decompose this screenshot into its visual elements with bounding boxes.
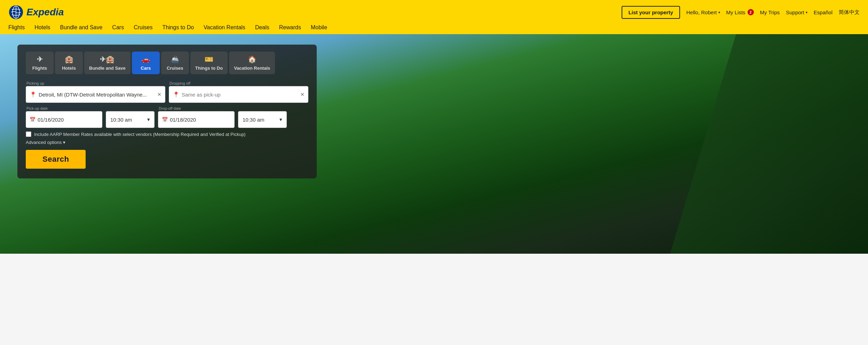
pickup-time-chevron-icon: ▾: [147, 116, 150, 123]
pickup-time-button[interactable]: 10:30 am ▾: [106, 111, 155, 128]
dropoff-calendar-icon: 📅: [162, 117, 168, 122]
vacation-tab-icon: 🏠: [248, 55, 257, 63]
search-tabs: ✈ Flights 🏨 Hotels ✈🏨 Bundle and Save 🚗 …: [26, 52, 308, 74]
expedia-logo-icon: [8, 5, 24, 20]
things-tab-label: Things to Do: [195, 66, 223, 71]
dropoff-time-group: 10:30 am ▾: [238, 106, 287, 128]
dropoff-time-value: 10:30 am: [243, 117, 265, 123]
pickup-field-group: Picking up 📍 ✕: [26, 81, 165, 103]
tab-vacation[interactable]: 🏠 Vacation Rentals: [229, 52, 275, 74]
logo-text: Expedia: [26, 7, 64, 18]
pickup-date-input[interactable]: [38, 117, 98, 123]
nav-things[interactable]: Things to Do: [162, 24, 194, 31]
things-tab-icon: 🎫: [205, 55, 213, 63]
support-nav[interactable]: Support ▾: [786, 9, 807, 15]
pickup-date-wrapper: 📅: [26, 111, 102, 128]
my-trips-nav[interactable]: My Trips: [760, 9, 780, 15]
tab-bundle[interactable]: ✈🏨 Bundle and Save: [84, 52, 131, 74]
pickup-calendar-icon: 📅: [30, 117, 35, 122]
dropoff-label: Dropping off: [169, 81, 308, 85]
my-lists-badge: 2: [748, 9, 754, 15]
nav-vacation[interactable]: Vacation Rentals: [204, 24, 245, 31]
bundle-tab-icon: ✈🏨: [100, 55, 115, 63]
advanced-options-toggle[interactable]: Advanced options ▾: [26, 140, 308, 145]
dropoff-input[interactable]: [182, 92, 298, 98]
my-lists-nav[interactable]: My Lists 2: [726, 9, 754, 15]
search-button[interactable]: Search: [26, 150, 86, 169]
dropoff-location-icon: 📍: [173, 91, 180, 98]
lang-chinese[interactable]: 简体中文: [839, 9, 860, 16]
tab-hotels[interactable]: 🏨 Hotels: [55, 52, 83, 74]
dropoff-clear-icon[interactable]: ✕: [300, 92, 305, 97]
nav-deals[interactable]: Deals: [255, 24, 269, 31]
nav-bundle[interactable]: Bundle and Save: [60, 24, 102, 31]
cars-tab-label: Cars: [141, 66, 151, 71]
user-greeting[interactable]: Hello, Robert ▾: [686, 9, 720, 15]
tab-cars[interactable]: 🚗 Cars: [132, 52, 160, 74]
list-property-button[interactable]: List your property: [622, 6, 680, 19]
dropoff-time-button[interactable]: 10:30 am ▾: [238, 111, 287, 128]
nav-cars[interactable]: Cars: [112, 24, 124, 31]
aarp-checkbox[interactable]: [26, 131, 31, 137]
nav-bar: Flights Hotels Bundle and Save Cars Crui…: [0, 24, 868, 34]
dropoff-date-label: Drop-off date: [158, 106, 235, 110]
nav-flights[interactable]: Flights: [8, 24, 25, 31]
aarp-checkbox-row: Include AARP Member Rates available with…: [26, 131, 308, 137]
dropoff-time-label-spacer: [238, 106, 287, 110]
nav-cruises[interactable]: Cruises: [134, 24, 152, 31]
pickup-input[interactable]: [39, 92, 155, 98]
dropoff-date-group: Drop-off date 📅: [158, 106, 235, 128]
flights-tab-icon: ✈: [37, 55, 43, 63]
datetime-row: Pick-up date 📅 10:30 am ▾ Drop-off date …: [26, 106, 308, 128]
flights-tab-label: Flights: [32, 66, 47, 71]
dropoff-time-chevron-icon: ▾: [279, 116, 282, 123]
lang-espanol[interactable]: Español: [814, 9, 833, 15]
location-row: Picking up 📍 ✕ Dropping off 📍 ✕: [26, 81, 308, 103]
logo-area: Expedia: [8, 5, 64, 20]
pickup-time-group: 10:30 am ▾: [106, 106, 155, 128]
support-chevron-icon: ▾: [806, 10, 807, 14]
dropoff-field-group: Dropping off 📍 ✕: [169, 81, 308, 103]
header-right: List your property Hello, Robert ▾ My Li…: [622, 6, 860, 19]
search-container: ✈ Flights 🏨 Hotels ✈🏨 Bundle and Save 🚗 …: [17, 45, 317, 178]
cruises-tab-icon: 🚢: [171, 55, 179, 63]
pickup-date-group: Pick-up date 📅: [26, 106, 102, 128]
cruises-tab-label: Cruises: [167, 66, 183, 71]
hotels-tab-icon: 🏨: [65, 55, 73, 63]
aarp-label[interactable]: Include AARP Member Rates available with…: [34, 132, 245, 137]
dropoff-date-wrapper: 📅: [158, 111, 235, 128]
pickup-clear-icon[interactable]: ✕: [157, 92, 161, 97]
user-chevron-icon: ▾: [718, 10, 720, 14]
tab-cruises[interactable]: 🚢 Cruises: [161, 52, 189, 74]
nav-hotels[interactable]: Hotels: [34, 24, 50, 31]
dropoff-input-wrapper: 📍 ✕: [169, 86, 308, 103]
vacation-tab-label: Vacation Rentals: [234, 66, 270, 71]
pickup-time-value: 10:30 am: [110, 117, 132, 123]
pickup-input-wrapper: 📍 ✕: [26, 86, 165, 103]
pickup-time-label-spacer: [106, 106, 155, 110]
hero-section: ✈ Flights 🏨 Hotels ✈🏨 Bundle and Save 🚗 …: [0, 34, 868, 254]
tab-things[interactable]: 🎫 Things to Do: [190, 52, 228, 74]
nav-rewards[interactable]: Rewards: [279, 24, 301, 31]
nav-mobile[interactable]: Mobile: [311, 24, 327, 31]
pickup-label: Picking up: [26, 81, 165, 85]
bundle-tab-label: Bundle and Save: [89, 66, 126, 71]
hotels-tab-label: Hotels: [62, 66, 76, 71]
pickup-date-label: Pick-up date: [26, 106, 102, 110]
pickup-location-icon: 📍: [30, 91, 37, 98]
tab-flights[interactable]: ✈ Flights: [26, 52, 54, 74]
cars-tab-icon: 🚗: [141, 55, 150, 63]
dropoff-date-input[interactable]: [170, 117, 231, 123]
header: Expedia List your property Hello, Robert…: [0, 0, 868, 24]
